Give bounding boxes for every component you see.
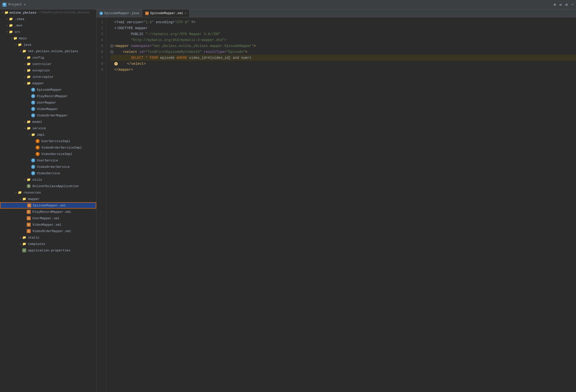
tree-arrow [23,178,27,182]
java-interface-icon: I [31,158,35,162]
tree-root[interactable]: 📁 online_ybclass ~/IdeaProjects/online_y… [0,9,96,16]
xml-file-icon: X [27,210,31,214]
tree-item[interactable]: IVideoOrderService [0,164,96,170]
minimize-icon[interactable]: — [571,2,574,7]
fold-button[interactable]: − [110,45,113,48]
code-token: "Episode" [227,49,245,55]
tree-item[interactable]: 📁controller [0,61,96,67]
tree-item[interactable]: IVideoService [0,170,96,177]
tree-item[interactable]: Papplication.properties [0,247,96,254]
folder-icon: 📁 [22,235,26,239]
tree-item[interactable]: 📁main [0,35,96,42]
tree-item[interactable]: 📁mapper [0,196,96,202]
tree-item[interactable]: IUserMapper [0,99,96,106]
folder-icon: 📁 [13,36,17,40]
tree-item[interactable]: XVideoMapper.xml [0,221,96,228]
tree-item[interactable]: 📁model [0,119,96,125]
tree-item-label: mapper [28,197,40,201]
tree-item[interactable]: IUserService [0,157,96,164]
line-number: 8 [98,61,103,67]
tree-item[interactable]: IPlayRecordMapper [0,93,96,99]
tree-item[interactable]: 📁static [0,234,96,241]
line-number: 5 [98,43,103,49]
tree-item-label: resources [24,191,41,195]
tree-item[interactable]: XUserMapper.xml [0,215,96,221]
title-dropdown-arrow[interactable]: ▾ [24,3,26,7]
tree-item[interactable]: 📁.idea [0,16,96,22]
java-interface-icon: I [31,107,35,111]
code-token: PUBLIC [114,31,145,37]
project-icon: P [2,3,6,7]
tree-item-label: EpisodeMapper [37,88,62,92]
tree-item[interactable]: 📁templates [0,241,96,247]
code-token: "findFirstEpisodeByVideoId" [145,49,202,55]
code-line: PUBLIC "-//mybatis.org//DTD Mapper 3.0//… [110,31,576,37]
globe-icon[interactable]: ⊕ [553,2,556,7]
code-token: </select> [119,61,146,67]
tree-item[interactable]: 📁.mvn [0,22,96,29]
tree-item[interactable]: 📁java [0,42,96,48]
tree-item[interactable]: XEpisodeMapper.xml [0,202,96,209]
warning-icon: ! [114,62,118,65]
tree-item[interactable]: 📁mapper [0,80,96,86]
tree-item-label: static [28,236,40,239]
folder-icon: 📁 [31,133,35,137]
code-token: 1 [249,55,251,61]
tree-item[interactable]: 📁net.ybclass.online_ybclass [0,48,96,54]
tree-arrow [28,133,31,136]
tab-java-icon: I [99,12,103,15]
tree-item[interactable]: XPlayRecordMapper.xml [0,209,96,215]
code-token: <select [114,49,137,55]
tree-item[interactable]: 📁src [0,29,96,35]
java-class-icon: C [36,139,40,143]
tree-item[interactable]: 📁utils [0,177,96,183]
tree-item[interactable]: 📁resources [0,189,96,196]
tree-item[interactable]: CVideoOrderServiceImpl [0,144,96,151]
transfer-icon[interactable]: ⇄ [559,2,562,7]
tree-item[interactable]: 📁service [0,125,96,131]
tree-item-label: main [19,37,27,40]
tree-item-label: utils [32,178,42,182]
tree-item[interactable]: XVideoOrderMapper.xml [0,228,96,234]
tab-xml-close[interactable]: ✕ [185,11,186,15]
code-token: video_id=#{video_id} [187,55,230,61]
code-token: encoding= [154,19,175,25]
tree-item[interactable]: AOnlineYbclassApplication [0,183,96,189]
java-class-icon: C [36,152,40,156]
tree-item-label: VideoServiceImpl [41,152,72,156]
settings-icon[interactable]: ⚙ [565,2,568,7]
code-line: SELECT * FROM episode WHERE video_id=#{v… [110,55,576,61]
tree-item-label: VideoOrderServiceImpl [41,146,82,150]
tree-arrow [23,62,27,66]
tree-arrow [23,75,27,78]
main-content: 📁 online_ybclass ~/IdeaProjects/online_y… [0,9,576,392]
tree-item[interactable]: 📁interceptor [0,74,96,80]
folder-icon: 📁 [27,126,31,130]
code-token: <mapper [114,43,129,49]
tree-item-label: VideoMapper [37,107,58,111]
tree-item[interactable]: IVideoOrderMapper [0,112,96,119]
code-line: −<mapper namespace="net.ybclass.online_y… [110,43,576,49]
code-editor[interactable]: 123456789 <?xml version="1.0" encoding="… [96,17,576,392]
tree-item[interactable]: 📁impl [0,131,96,138]
line-number: 4 [98,37,103,43]
sidebar[interactable]: 📁 online_ybclass ~/IdeaProjects/online_y… [0,9,96,392]
code-token: resultType= [202,49,227,55]
line-number: 6 [98,49,103,55]
tree-item[interactable]: CVideoServiceImpl [0,151,96,157]
folder-icon: 📁 [27,62,31,66]
tree-item-label: java [24,43,31,47]
tree-item[interactable]: IVideoMapper [0,106,96,112]
tree-item[interactable]: 📁config [0,54,96,61]
code-line: − <select id="findFirstEpisodeByVideoId"… [110,49,576,55]
tree-item[interactable]: IEpisodeMapper [0,86,96,93]
xml-file-icon: X [27,223,31,227]
tree-item[interactable]: CUserServiceImpl [0,138,96,144]
fold-button[interactable]: − [110,51,113,53]
tree-item[interactable]: 📁exception [0,67,96,74]
line-number: 9 [98,67,103,73]
tree-item-label: config [32,56,44,60]
tab-java[interactable]: I EpisodeMapper.java [96,9,142,17]
tree-arrow [5,17,9,21]
tab-xml[interactable]: X EpisodeMapper.xml ✕ [142,9,190,17]
